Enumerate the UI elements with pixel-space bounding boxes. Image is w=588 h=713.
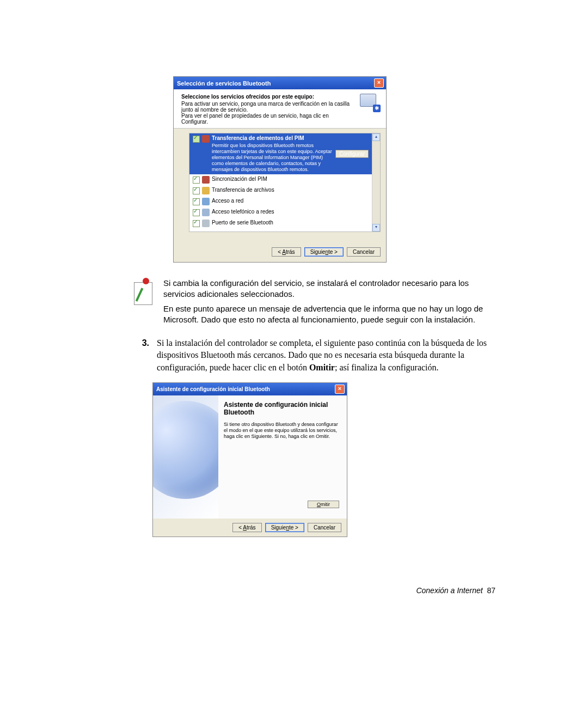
page-number: 87: [487, 586, 495, 595]
step-text: Si la instalación del controlador se com…: [157, 337, 495, 374]
service-dialup[interactable]: Acceso telefónico a redes: [189, 207, 372, 218]
checkbox-icon[interactable]: [193, 136, 200, 143]
note-paragraph-2: En este punto aparece un mensaje de adve…: [163, 303, 495, 326]
checkbox-icon[interactable]: [193, 198, 200, 205]
checkbox-icon[interactable]: [193, 209, 200, 216]
pim-icon: [202, 135, 210, 143]
services-pane: Transferencia de elementos del PIM Permi…: [174, 129, 386, 236]
dialog2-title: Asistente de configuración inicial Bluet…: [156, 386, 270, 392]
checkbox-icon[interactable]: [193, 220, 200, 227]
back-button[interactable]: < Atrás: [232, 523, 261, 532]
globe-icon: [153, 395, 218, 519]
step-3: 3. Si la instalación del controlador se …: [136, 337, 495, 374]
dialog1-intro: Seleccione los servicios ofrecidos por e…: [174, 89, 386, 129]
service-network-access[interactable]: Acceso a red: [189, 196, 372, 207]
sync-icon: [202, 176, 210, 184]
service-pim-desc: Permitir que los dispositivos Bluetooth …: [212, 143, 333, 173]
next-button[interactable]: Siguiente >: [265, 523, 304, 532]
dialog2-body: Asistente de configuración inicial Bluet…: [153, 395, 347, 519]
cancel-button[interactable]: Cancelar: [308, 523, 341, 532]
dialog2-paragraph: Si tiene otro dispositivo Bluetooth y de…: [224, 422, 339, 440]
checkbox-icon[interactable]: [193, 187, 200, 194]
dialog1-line2: Para ver el panel de propiedades de un s…: [181, 113, 356, 125]
service-serial-port[interactable]: Puerto de serie Bluetooth: [189, 218, 372, 229]
bluetooth-wizard-dialog: Asistente de configuración inicial Bluet…: [152, 382, 347, 537]
dialog1-buttons: < Atrás Siguiente > Cancelar: [174, 236, 386, 262]
dialog2-buttons: < Atrás Siguiente > Cancelar: [153, 519, 347, 537]
document-page: Selección de servicios Bluetooth × Selec…: [0, 0, 588, 627]
footer-label: Conexión a Internet: [416, 586, 482, 595]
scrollbar[interactable]: ▴ ▾: [372, 133, 380, 231]
dialog2-heading: Asistente de configuración inicial Bluet…: [224, 401, 339, 416]
back-button[interactable]: < Atrás: [272, 247, 301, 257]
phone-icon: [202, 209, 210, 216]
checkbox-icon[interactable]: [193, 176, 200, 184]
serial-icon: [202, 220, 210, 227]
computer-bluetooth-icon: ✱: [360, 94, 381, 112]
service-pim-sync[interactable]: Sincronización del PIM: [189, 174, 372, 185]
dialog2-titlebar[interactable]: Asistente de configuración inicial Bluet…: [153, 383, 347, 395]
service-pim-title: Transferencia de elementos del PIM: [212, 135, 333, 141]
note-paragraph-1: Si cambia la configuración del servicio,…: [163, 278, 495, 300]
scroll-up-icon[interactable]: ▴: [372, 133, 380, 141]
configure-button[interactable]: Configurar: [335, 150, 369, 158]
close-icon[interactable]: ×: [374, 78, 384, 88]
dialog1-heading: Seleccione los servicios ofrecidos por e…: [181, 94, 356, 100]
page-footer: Conexión a Internet 87: [136, 586, 495, 595]
step-number: 3.: [136, 337, 149, 374]
dialog1-title: Selección de servicios Bluetooth: [177, 80, 271, 87]
network-icon: [202, 198, 210, 205]
bluetooth-services-dialog: Selección de servicios Bluetooth × Selec…: [173, 76, 387, 263]
omit-button[interactable]: Omitir: [308, 501, 339, 508]
service-pim-transfer[interactable]: Transferencia de elementos del PIM Permi…: [189, 133, 372, 174]
folder-icon: [202, 187, 210, 194]
dialog1-titlebar[interactable]: Selección de servicios Bluetooth ×: [174, 77, 386, 89]
services-listbox[interactable]: Transferencia de elementos del PIM Permi…: [189, 133, 381, 232]
dialog1-line1: Para activar un servicio, ponga una marc…: [181, 101, 356, 113]
note-block: Si cambia la configuración del servicio,…: [134, 278, 495, 325]
next-button[interactable]: Siguiente >: [304, 247, 344, 257]
notepad-icon: [134, 278, 154, 305]
close-icon[interactable]: ×: [335, 385, 345, 394]
scroll-down-icon[interactable]: ▾: [372, 224, 380, 231]
cancel-button[interactable]: Cancelar: [347, 247, 381, 257]
service-file-transfer[interactable]: Transferencia de archivos: [189, 185, 372, 196]
